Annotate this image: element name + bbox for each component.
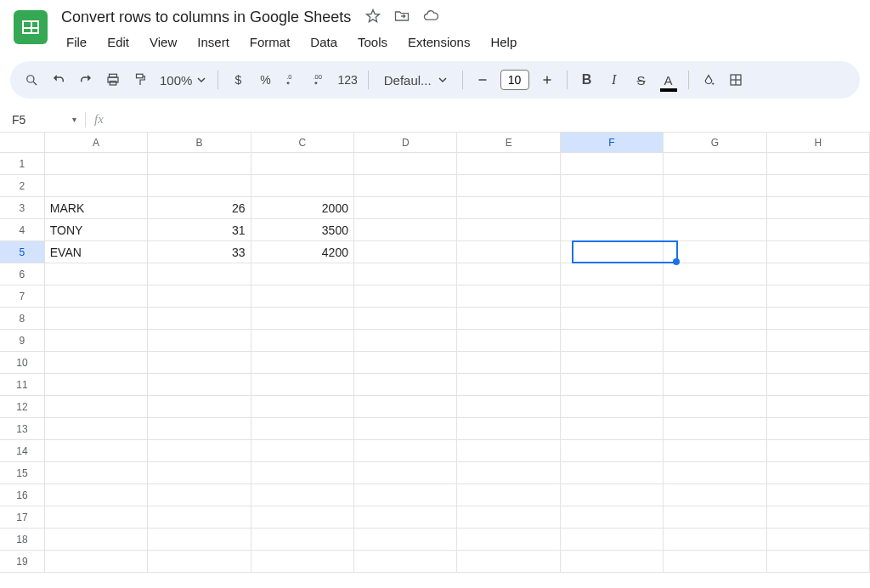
cell[interactable]	[561, 286, 664, 308]
cell[interactable]	[148, 396, 251, 418]
cell[interactable]	[664, 286, 766, 308]
italic-button[interactable]: I	[602, 67, 627, 93]
cell[interactable]	[767, 330, 870, 352]
cell[interactable]	[767, 462, 870, 484]
cell[interactable]	[664, 241, 766, 263]
cell[interactable]	[354, 484, 457, 506]
cell[interactable]	[148, 374, 251, 396]
cell[interactable]	[354, 308, 457, 330]
row-header[interactable]: 8	[0, 308, 45, 330]
undo-button[interactable]	[46, 67, 71, 93]
bold-button[interactable]: B	[574, 67, 600, 93]
cell[interactable]	[767, 241, 870, 263]
cell[interactable]: 26	[148, 197, 251, 219]
column-header[interactable]: G	[664, 133, 766, 152]
cell[interactable]	[664, 219, 766, 241]
menu-view[interactable]: View	[141, 31, 185, 53]
cell[interactable]	[561, 462, 664, 484]
cell[interactable]	[251, 308, 354, 330]
cell[interactable]	[561, 374, 664, 396]
cell[interactable]	[664, 396, 766, 418]
print-button[interactable]	[100, 67, 126, 93]
search-icon[interactable]	[19, 67, 44, 93]
document-title[interactable]: Convert rows to columns in Google Sheets	[58, 7, 354, 28]
cell[interactable]	[457, 197, 560, 219]
column-header[interactable]: H	[767, 133, 870, 152]
cell[interactable]	[354, 506, 457, 529]
row-header[interactable]: 6	[0, 263, 45, 286]
cell[interactable]	[767, 506, 870, 529]
column-header[interactable]: D	[354, 133, 457, 152]
cell[interactable]	[457, 308, 560, 330]
cell[interactable]	[664, 440, 766, 462]
row-header[interactable]: 1	[0, 153, 45, 175]
row-header[interactable]: 5	[0, 241, 45, 263]
paint-format-button[interactable]	[127, 67, 153, 93]
cell[interactable]	[45, 286, 148, 308]
cell[interactable]	[251, 263, 354, 286]
cell[interactable]	[561, 440, 664, 462]
cell[interactable]	[664, 352, 766, 374]
cell[interactable]	[354, 219, 457, 241]
cell[interactable]	[457, 396, 560, 418]
cell[interactable]	[561, 197, 664, 219]
cell[interactable]	[664, 153, 766, 175]
cell[interactable]	[561, 330, 664, 352]
cell[interactable]	[251, 418, 354, 440]
row-header[interactable]: 16	[0, 484, 45, 506]
cell[interactable]	[664, 551, 766, 573]
cell[interactable]	[45, 308, 148, 330]
cell[interactable]	[148, 352, 251, 374]
cell[interactable]	[251, 440, 354, 462]
cell[interactable]	[457, 529, 560, 551]
cell[interactable]: 31	[148, 219, 251, 241]
cell[interactable]: TONY	[45, 219, 148, 241]
cell[interactable]	[354, 175, 457, 197]
menu-insert[interactable]: Insert	[189, 31, 238, 53]
cell[interactable]	[148, 440, 251, 462]
cell[interactable]	[354, 396, 457, 418]
cell[interactable]	[664, 197, 766, 219]
column-header[interactable]: B	[148, 133, 251, 152]
cell[interactable]	[45, 352, 148, 374]
row-header[interactable]: 13	[0, 418, 45, 440]
cell[interactable]	[561, 529, 664, 551]
number-format-button[interactable]: 123	[334, 67, 360, 93]
cell[interactable]	[561, 352, 664, 374]
cell[interactable]	[767, 219, 870, 241]
cell[interactable]: EVAN	[45, 241, 148, 263]
cell[interactable]	[664, 175, 766, 197]
menu-extensions[interactable]: Extensions	[399, 31, 478, 53]
borders-button[interactable]	[723, 67, 749, 93]
cell[interactable]	[251, 484, 354, 506]
row-header[interactable]: 14	[0, 440, 45, 462]
cell[interactable]	[354, 418, 457, 440]
cell[interactable]	[251, 396, 354, 418]
cell[interactable]	[457, 241, 560, 263]
cell[interactable]	[45, 175, 148, 197]
cell[interactable]: MARK	[45, 197, 148, 219]
cell[interactable]	[45, 440, 148, 462]
cell[interactable]	[354, 241, 457, 263]
cell[interactable]	[767, 440, 870, 462]
cell[interactable]	[45, 551, 148, 573]
cell[interactable]	[457, 506, 560, 529]
redo-button[interactable]	[73, 67, 99, 93]
cell[interactable]	[664, 374, 766, 396]
cell[interactable]	[354, 330, 457, 352]
cell[interactable]	[45, 330, 148, 352]
strikethrough-button[interactable]: S	[629, 67, 654, 93]
cell[interactable]	[148, 330, 251, 352]
cell[interactable]	[45, 418, 148, 440]
cell[interactable]	[561, 551, 664, 573]
cell[interactable]	[45, 462, 148, 484]
cell[interactable]	[45, 396, 148, 418]
cell[interactable]	[45, 506, 148, 529]
cell[interactable]	[457, 462, 560, 484]
cell[interactable]	[457, 551, 560, 573]
sheets-logo-icon[interactable]	[14, 10, 48, 44]
row-header[interactable]: 15	[0, 462, 45, 484]
menu-edit[interactable]: Edit	[99, 31, 138, 53]
cell[interactable]: 3500	[251, 219, 354, 241]
cell[interactable]	[148, 153, 251, 175]
